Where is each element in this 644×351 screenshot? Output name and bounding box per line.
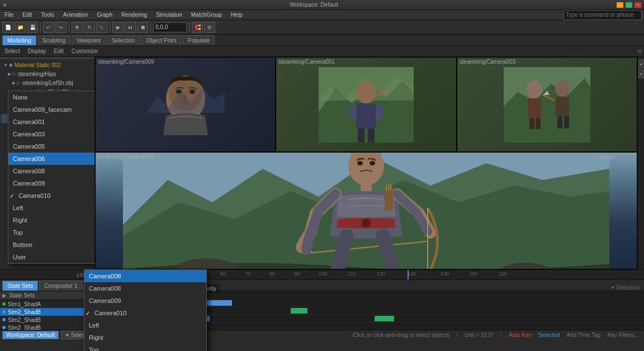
svg-point-24: [370, 161, 375, 165]
vp-main-label: steamking/Camera005: [98, 154, 154, 160]
cam2-left-label: Left: [89, 322, 99, 329]
tick-150: 150: [469, 271, 477, 277]
cam2-009[interactable]: Camera009: [84, 295, 206, 307]
cam2-010[interactable]: ✓Camera010: [84, 307, 206, 319]
toolbar-render[interactable]: ▶: [112, 22, 124, 33]
cam-user[interactable]: User: [8, 251, 95, 263]
toolbar-save[interactable]: 💾: [27, 22, 38, 33]
menu-help[interactable]: Help: [229, 12, 245, 18]
state-item-2[interactable]: Stm2_ShadB: [0, 316, 94, 324]
tab-object-point[interactable]: Object Point: [141, 35, 181, 45]
cam-003[interactable]: Camera003: [8, 128, 95, 140]
sep3: [110, 22, 110, 32]
menu-simulation[interactable]: Simulation: [154, 12, 184, 18]
toolbar-scale[interactable]: ⤡: [96, 22, 107, 33]
tab-selection[interactable]: Selection: [107, 35, 140, 45]
edge-btn-2[interactable]: ▼: [638, 69, 644, 78]
edge-btn-1[interactable]: ▲: [638, 59, 644, 68]
toolbar-move[interactable]: ✥: [72, 22, 83, 33]
toolbar-play[interactable]: ⏯: [125, 22, 136, 33]
svg-rect-15: [556, 97, 569, 116]
tab-modelling[interactable]: Modelling: [2, 35, 36, 45]
toolbar-snap[interactable]: 🧲: [192, 22, 203, 33]
viewport-main[interactable]: steamking/Camera005 132/162: [95, 152, 637, 269]
playhead[interactable]: [408, 270, 409, 279]
selected-status: Selected: [538, 332, 560, 338]
sub-edit[interactable]: Edit: [52, 48, 66, 55]
cam-left[interactable]: Left: [8, 202, 95, 214]
cam2-008b[interactable]: Camera008: [84, 282, 206, 295]
cam-006[interactable]: Camera006: [8, 153, 95, 165]
tree-item-leftsh[interactable]: ▶ ▷ steamking/LefSh.obj: [1, 78, 93, 87]
tab-compositor[interactable]: Compositor 1: [39, 281, 82, 291]
auto-key-label: Auto Key: [509, 332, 532, 338]
cam2-right[interactable]: Right: [84, 331, 206, 344]
toolbar-value-input[interactable]: [153, 22, 187, 32]
toolbar-new[interactable]: 📄: [2, 22, 13, 33]
tab-populate[interactable]: Populate: [183, 35, 215, 45]
key-filters[interactable]: Key Filters...: [607, 332, 638, 338]
cam-user-label: User: [13, 254, 26, 260]
toolbar-stop[interactable]: ⏹: [137, 22, 148, 33]
tree-item-hips[interactable]: ▶ ▷ steamking/Hips: [1, 69, 93, 78]
viewport-top-mid[interactable]: steamking/Camera001: [276, 57, 456, 152]
cam-008[interactable]: Camera008: [8, 165, 95, 177]
tick-120: 120: [377, 271, 385, 277]
main-toolbar: 📄 📁 💾 ↩ ↪ ✥ ↻ ⤡ ▶ ⏯ ⏹ 🧲 ⊞: [0, 20, 644, 35]
cam-none[interactable]: None: [8, 91, 95, 103]
viewport-top-left[interactable]: steamking/Camera009: [95, 57, 276, 152]
state-item-1[interactable]: Stm2_ShadB: [0, 308, 94, 316]
cam-008-label: Camera008: [13, 168, 45, 174]
menu-matchgroup[interactable]: MatchGroup: [189, 12, 224, 18]
toolbar-open[interactable]: 📁: [15, 22, 26, 33]
cam-010[interactable]: ✓Camera010: [8, 189, 95, 202]
menu-graph[interactable]: Graph: [94, 12, 115, 18]
menu-rendering[interactable]: Rendering: [119, 12, 149, 18]
cam-top-label: Top: [13, 229, 23, 236]
cam-bottom[interactable]: Bottom: [8, 239, 95, 251]
vp-topleft-label: steamking/Camera009: [98, 59, 154, 65]
menu-animation[interactable]: Animation: [61, 12, 90, 18]
menu-file[interactable]: File: [2, 12, 16, 18]
cam-top[interactable]: Top: [8, 226, 95, 239]
close-button[interactable]: ×: [634, 2, 642, 8]
add-time-tag[interactable]: Add Time Tag: [566, 332, 600, 338]
menu-edit[interactable]: Edit: [20, 12, 34, 18]
tab-sculpting[interactable]: Sculpting: [37, 35, 70, 45]
viewport-top-right[interactable]: steamking/Camera003: [457, 57, 637, 152]
cam2-009-label: Camera009: [89, 297, 121, 304]
toolbar-undo[interactable]: ↩: [43, 22, 54, 33]
main-character: [123, 152, 609, 269]
title-bar: 🖥 Workspace: Default — □ ×: [0, 0, 644, 10]
toolbar-rotate[interactable]: ↻: [84, 22, 95, 33]
toolbar-grid[interactable]: ⊞: [204, 22, 215, 33]
tab-viewpoint[interactable]: Viewpoint: [72, 35, 106, 45]
cam-009[interactable]: Camera009: [8, 177, 95, 189]
cam-009facecam[interactable]: Camera009_facecam: [8, 103, 95, 116]
maximize-button[interactable]: □: [625, 2, 633, 8]
ws-tab-default[interactable]: Workspace: Default: [2, 331, 59, 339]
search-input[interactable]: [564, 10, 642, 20]
character-topright: [504, 67, 590, 143]
menu-tools[interactable]: Tools: [39, 12, 56, 18]
minimize-button[interactable]: —: [616, 2, 624, 8]
cam2-left[interactable]: Left: [84, 319, 206, 331]
sub-toolbar: Select Display Edit Customize ⚙: [0, 46, 644, 57]
state-item-0[interactable]: Stm1_ShadA: [0, 300, 94, 308]
cam2-top[interactable]: Top: [84, 344, 206, 351]
cam-none-label: None: [13, 94, 27, 101]
sub-select[interactable]: Select: [2, 48, 22, 55]
state-item-3[interactable]: Stm2_ShadB: [0, 324, 94, 330]
state-sets-header: ▶ State Sets: [0, 291, 94, 300]
sub-customize[interactable]: Customize: [69, 48, 100, 55]
tab-state-sets[interactable]: State Sets: [2, 281, 38, 291]
left-panel: ▼ ◆ Material Static 002 ▶ ▷ steamking/Hi…: [0, 57, 95, 269]
cam-005[interactable]: Camera005: [8, 140, 95, 153]
cam-right[interactable]: Right: [8, 214, 95, 226]
sub-display[interactable]: Display: [26, 48, 49, 55]
cam2-008a[interactable]: Camera008: [84, 270, 206, 282]
toolbar-redo[interactable]: ↪: [55, 22, 67, 33]
svg-rect-13: [536, 118, 541, 129]
cam-001[interactable]: Camera001: [8, 116, 95, 128]
tree-item-material[interactable]: ▼ ◆ Material Static 002: [1, 60, 93, 69]
